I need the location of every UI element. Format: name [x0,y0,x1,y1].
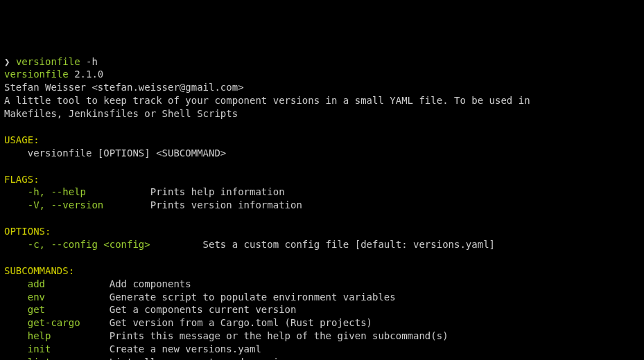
flag-row: -V, --versionPrints version information [4,199,302,210]
description-line2: Makefiles, Jenkinsfiles or Shell Scripts [4,108,238,119]
usage-text: versionfile [OPTIONS] <SUBCOMMAND> [28,147,227,159]
subcommand-desc: Generate script to populate environment … [110,291,396,303]
subcommand-desc: Add components [110,278,191,289]
flag-desc: Prints help information [150,186,285,197]
program-name: versionfile [4,69,69,80]
usage-line: versionfile [OPTIONS] <SUBCOMMAND> [4,147,226,159]
option-row: -c, --config <config>Sets a custom confi… [4,239,495,250]
subcommand-row: envGenerate script to populate environme… [4,291,396,303]
subcommand-name: get-cargo [28,316,110,330]
command-arg: -h [86,56,98,67]
author-line: Stefan Weisser <stefan.weisser@gmail.com… [4,82,244,93]
option-desc: Sets a custom config file [default: vers… [203,239,495,250]
flag-row: -h, --helpPrints help information [4,186,285,197]
flag-name: -V, --version [28,199,150,212]
subcommand-name: get [28,303,110,316]
flag-desc: Prints version information [150,199,302,210]
subcommand-name: add [28,278,110,291]
subcommand-name: init [28,343,110,356]
option-name: -c, --config <config> [28,238,203,251]
subcommand-desc: List all components and versions [110,357,297,360]
subcommand-name: list [28,356,110,360]
prompt-symbol: ❯ [4,56,10,67]
subcommands-heading: SUBCOMMANDS: [4,265,74,276]
subcommand-name: help [28,330,110,343]
options-heading: OPTIONS: [4,226,51,237]
subcommand-row: listList all components and versions [4,357,296,360]
subcommand-desc: Get a components current version [110,304,297,315]
subcommand-row: get-cargoGet version from a Cargo.toml (… [4,317,372,328]
subcommand-desc: Get version from a Cargo.toml (Rust proj… [110,317,372,328]
terminal-output: ❯ versionfile -h versionfile 2.1.0 Stefa… [4,55,640,360]
description-line1: A little tool to keep track of your comp… [4,95,530,106]
prompt-line[interactable]: ❯ versionfile -h [4,56,98,67]
subcommand-desc: Prints this message or the help of the g… [110,330,449,341]
flag-name: -h, --help [28,186,150,199]
subcommand-row: helpPrints this message or the help of t… [4,330,449,341]
subcommand-desc: Create a new versions.yaml [110,343,261,354]
usage-heading: USAGE: [4,134,40,145]
subcommand-name: env [28,291,110,304]
flags-heading: FLAGS: [4,174,40,185]
subcommand-row: initCreate a new versions.yaml [4,343,261,354]
command-name: versionfile [16,56,80,67]
program-version: 2.1.0 [74,69,103,80]
subcommand-row: addAdd components [4,278,191,289]
subcommand-row: getGet a components current version [4,304,296,315]
program-version-line: versionfile 2.1.0 [4,69,103,80]
